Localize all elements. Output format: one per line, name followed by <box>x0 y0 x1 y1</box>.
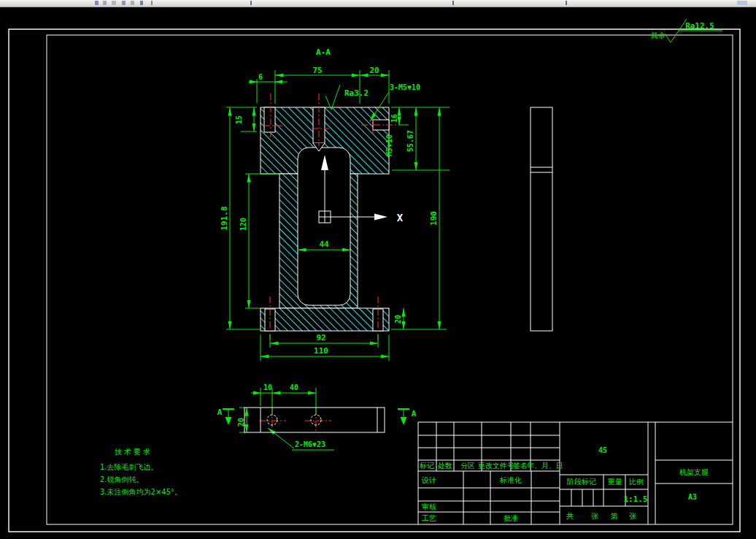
tb-audit-label: 审核 <box>422 502 436 511</box>
dim-6: 6 <box>258 73 263 81</box>
section-arrow-left-icon <box>225 417 232 425</box>
tb-material-value: 45 <box>598 446 607 454</box>
dim-10: 10 <box>263 383 272 391</box>
dim-15: 15 <box>235 115 243 124</box>
tb-weight-label: 重量 <box>607 478 622 486</box>
tb-sheet-word: 张 <box>629 512 636 520</box>
dim-16: 16 <box>390 114 398 123</box>
dim-120: 120 <box>239 218 247 231</box>
dim-20-side: 20 <box>237 418 245 427</box>
section-arrow-right-label: A <box>412 409 417 418</box>
bottom-hole-leader <box>268 428 294 448</box>
title-block-labels: 标记 处数 分区 更改文件号 签名 年、月、日 设计 标准化 审核 工艺 批准 … <box>419 446 709 522</box>
tb-mark-label: 标记 <box>419 462 434 470</box>
tb-docno-label: 更改文件号 <box>478 462 514 470</box>
toolbar-icon-fragment[interactable] <box>95 1 99 5</box>
section-arrow-left-label: A <box>217 408 223 417</box>
tb-count-label: 处数 <box>438 462 452 470</box>
ucs-x-arrow-icon <box>374 214 387 221</box>
dim-190: 190 <box>429 211 439 226</box>
local-roughness-icon <box>325 85 340 110</box>
local-roughness-label: Ra3.2 <box>344 88 369 98</box>
tb-standardization-label: 标准化 <box>499 476 522 484</box>
top-tapped-hole-mid <box>313 107 325 143</box>
section-arrow-right-icon <box>401 417 407 425</box>
tb-part-name: 机架支腿 <box>679 468 709 476</box>
tech-req-item: 3.未注倒角均为2×45°。 <box>100 488 182 496</box>
drawing-canvas: 其余 Ra12.5 A-A <box>0 0 756 539</box>
bottom-view <box>244 408 385 432</box>
cad-application-window: 其余 Ra12.5 A-A <box>0 0 756 539</box>
surface-prefix-label: 其余 <box>651 31 666 39</box>
tb-approve-label: 批准 <box>504 514 518 522</box>
dim-55-67: 55.67 <box>406 130 414 152</box>
toolbar-icon-fragment[interactable] <box>140 1 143 5</box>
dim-92: 92 <box>316 333 325 343</box>
tech-req-item: 2.锐角倒钝。 <box>100 475 144 483</box>
tb-process-label: 工艺 <box>422 514 436 522</box>
toolbar-separator <box>566 1 567 5</box>
dim-20-top: 20 <box>369 66 379 75</box>
toolbar-separator <box>151 1 153 5</box>
side-hole-note: M5▼10 <box>385 134 393 156</box>
dim-44: 44 <box>319 240 329 249</box>
tb-sheet-no-label: 第 <box>611 512 618 520</box>
tb-zone-label: 分区 <box>460 462 475 470</box>
tech-req-title: 技术要求 <box>115 448 153 456</box>
dim-40: 40 <box>290 383 298 391</box>
tb-sign-label: 签名 <box>513 462 528 470</box>
toolbar-separator <box>250 1 252 5</box>
surface-roughness-note: 其余 Ra12.5 <box>651 19 722 42</box>
tb-design-label: 设计 <box>421 476 436 484</box>
tech-req-item: 1.去除毛刺飞边。 <box>100 463 158 471</box>
tb-sheet-total-label: 共 <box>566 512 574 520</box>
central-slot <box>298 148 350 305</box>
dim-191-8: 191.8 <box>220 206 229 230</box>
top-tapped-hole-left <box>264 107 275 132</box>
paper-frame <box>9 29 740 532</box>
toolbar-strip <box>0 0 756 7</box>
side-view <box>531 107 552 331</box>
toolbar-separator <box>452 1 454 5</box>
toolbar-icon-fragment[interactable] <box>112 1 116 5</box>
base-hatch <box>261 308 389 331</box>
toolbar-icon-fragment[interactable] <box>122 1 126 5</box>
dim-75: 75 <box>312 66 322 75</box>
tb-scale-value: 1:1.5 <box>623 494 647 504</box>
tb-scale-label: 比例 <box>629 478 644 486</box>
section-title-label: A-A <box>316 47 331 57</box>
tb-date-label: 年、月、日 <box>527 462 563 470</box>
dim-110: 110 <box>314 346 328 356</box>
bottom-holes-note: 2-M6▼23 <box>295 440 325 448</box>
dim-20-base: 20 <box>394 315 402 324</box>
ucs-x-label: X <box>397 212 404 223</box>
tb-paper-size: A3 <box>688 493 697 501</box>
toolbar-icon-fragment[interactable] <box>737 1 747 5</box>
toolbar-icon-fragment[interactable] <box>103 1 107 5</box>
top-holes-note: 3-M5▼10 <box>390 83 420 91</box>
tb-sheet-word: 张 <box>591 512 598 520</box>
surface-value-label: Ra12.5 <box>685 21 714 31</box>
technical-requirements: 技术要求 1.去除毛刺飞边。 2.锐角倒钝。 3.未注倒角均为2×45°。 <box>100 448 182 496</box>
tb-stage-label: 阶段标记 <box>567 478 596 486</box>
toolbar-icon-fragment[interactable] <box>131 1 134 5</box>
